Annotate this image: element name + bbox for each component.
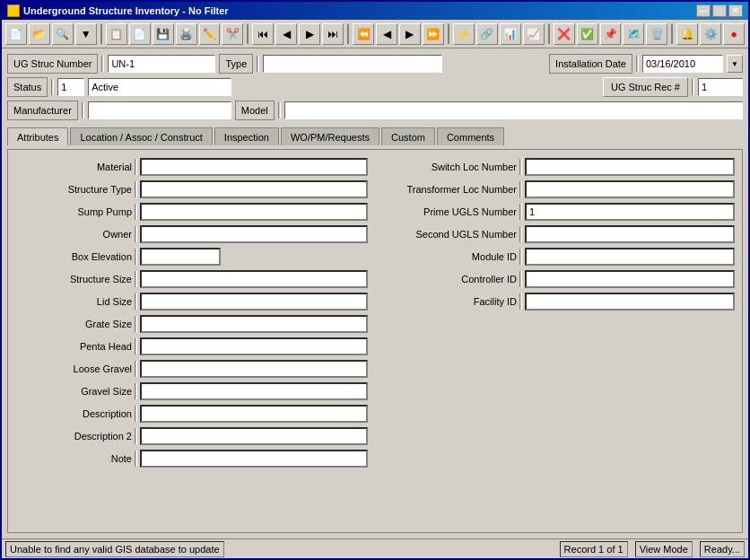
minimize-button[interactable]: — <box>696 4 711 17</box>
field-row-owner: Owner <box>15 224 368 244</box>
ug-struc-rec-input[interactable] <box>698 78 743 96</box>
filter-button[interactable]: 🔍 <box>52 23 74 45</box>
loose-gravel-label: Loose Gravel <box>15 363 132 374</box>
gis-button[interactable]: 🗺️ <box>623 23 644 45</box>
sep-su <box>519 226 522 242</box>
action-button[interactable]: ⚡ <box>453 23 475 45</box>
transformer-loc-input[interactable] <box>525 180 735 198</box>
backward-button[interactable]: ◀ <box>376 23 397 45</box>
type-input[interactable] <box>263 55 442 73</box>
report-button[interactable]: 📄 <box>129 23 151 45</box>
delete-button[interactable]: ❌ <box>554 23 575 45</box>
owner-input[interactable] <box>140 225 368 243</box>
description-input[interactable] <box>140 405 368 423</box>
new-button[interactable]: 📄 <box>5 23 27 45</box>
status-num-input[interactable] <box>57 78 84 96</box>
structure-size-input[interactable] <box>140 270 368 288</box>
sep-fi <box>519 293 522 310</box>
forward-button[interactable]: ▶ <box>399 23 421 45</box>
manufacturer-input[interactable] <box>88 101 231 119</box>
stop-button[interactable]: ● <box>723 23 745 45</box>
close-button[interactable]: ✕ <box>728 4 743 17</box>
field-row-second-ugls: Second UGLS Number <box>382 224 735 244</box>
sep-desc2 <box>135 428 137 444</box>
ug-struc-number-input[interactable] <box>108 55 215 73</box>
view-mode: View Mode <box>635 541 693 557</box>
switch-loc-input[interactable] <box>525 158 735 176</box>
map-button[interactable]: 📊 <box>500 23 521 45</box>
check-button[interactable]: ✅ <box>577 23 598 45</box>
back-button[interactable]: ⏪ <box>353 23 374 45</box>
print-button[interactable]: 🖨️ <box>176 23 197 45</box>
prime-ugls-input[interactable] <box>525 203 735 221</box>
save-button[interactable]: 💾 <box>153 23 174 45</box>
penta-head-input[interactable] <box>140 337 368 355</box>
tab-wo[interactable]: WO/PM/Requests <box>281 127 379 145</box>
record-info: Record 1 of 1 <box>560 541 628 557</box>
trash-button[interactable]: 🗑️ <box>646 23 667 45</box>
tab-custom[interactable]: Custom <box>381 127 435 145</box>
link-button[interactable]: 🔗 <box>476 23 498 45</box>
sep-model <box>278 102 281 118</box>
structure-type-input[interactable] <box>140 180 368 198</box>
main-window: Underground Structure Inventory - No Fil… <box>0 0 750 560</box>
ug-struc-number-label: UG Struc Number <box>7 54 98 74</box>
material-input[interactable] <box>140 158 368 176</box>
tab-location[interactable]: Location / Assoc / Construct <box>70 127 212 145</box>
ready-status: Ready... <box>700 541 745 557</box>
sep-ls <box>135 293 137 310</box>
alert-button[interactable]: 🔔 <box>676 23 698 45</box>
field-row-structure-type: Structure Type <box>15 179 368 199</box>
sep5 <box>548 24 550 44</box>
note-input[interactable] <box>140 450 368 468</box>
edit-button[interactable]: ✏️ <box>199 23 221 45</box>
last-button[interactable]: ⏭ <box>322 23 344 45</box>
date-dropdown[interactable]: ▼ <box>727 55 743 73</box>
status-value-input[interactable] <box>88 78 231 96</box>
model-label: Model <box>235 101 275 120</box>
sump-pump-input[interactable] <box>140 203 368 221</box>
app-icon <box>7 4 20 17</box>
next-button[interactable]: ▶ <box>299 23 320 45</box>
field-row-structure-size: Structure Size <box>15 269 368 289</box>
installation-date-input[interactable] <box>642 55 723 73</box>
tab-comments[interactable]: Comments <box>437 127 504 145</box>
model-input[interactable] <box>284 101 743 119</box>
loose-gravel-input[interactable] <box>140 360 368 378</box>
gravel-size-input[interactable] <box>140 382 368 400</box>
sep-rec <box>692 79 694 95</box>
module-id-input[interactable] <box>525 248 735 266</box>
description2-input[interactable] <box>140 427 368 445</box>
tab-inspection[interactable]: Inspection <box>214 127 279 145</box>
open-button[interactable]: 📂 <box>29 23 50 45</box>
sep-gs <box>135 316 137 332</box>
settings-button[interactable]: ⚙️ <box>700 23 721 45</box>
sep-tl <box>519 181 522 197</box>
prev-button[interactable]: ◀ <box>275 23 297 45</box>
pin-button[interactable]: 📌 <box>600 23 622 45</box>
copy-button[interactable]: 📋 <box>106 23 127 45</box>
sep-ss <box>135 271 137 287</box>
status-label: Status <box>7 77 48 97</box>
sep3 <box>347 24 349 44</box>
row-status: Status UG Struc Rec # <box>7 77 743 97</box>
box-elevation-input[interactable] <box>140 248 221 266</box>
first-button[interactable]: ⏮ <box>252 23 274 45</box>
right-column: Switch Loc Number Transformer Loc Number… <box>375 157 735 525</box>
field-row-facility-id: Facility ID <box>382 292 735 311</box>
ug-struc-rec-button[interactable]: UG Struc Rec # <box>603 77 688 97</box>
controller-id-input[interactable] <box>525 270 735 288</box>
cut-button[interactable]: ✂️ <box>222 23 243 45</box>
chart-button[interactable]: 📈 <box>523 23 545 45</box>
facility-id-input[interactable] <box>525 293 735 311</box>
second-ugls-label: Second UGLS Number <box>382 229 517 240</box>
second-ugls-input[interactable] <box>525 225 735 243</box>
fast-forward-button[interactable]: ⏩ <box>423 23 444 45</box>
tab-attributes[interactable]: Attributes <box>7 127 68 146</box>
grate-size-input[interactable] <box>140 315 368 333</box>
maximize-button[interactable]: □ <box>712 4 727 17</box>
sep-note <box>135 451 137 467</box>
filter-dropdown[interactable]: ▼ <box>75 23 97 45</box>
sep-type <box>257 56 259 72</box>
lid-size-input[interactable] <box>140 293 368 311</box>
